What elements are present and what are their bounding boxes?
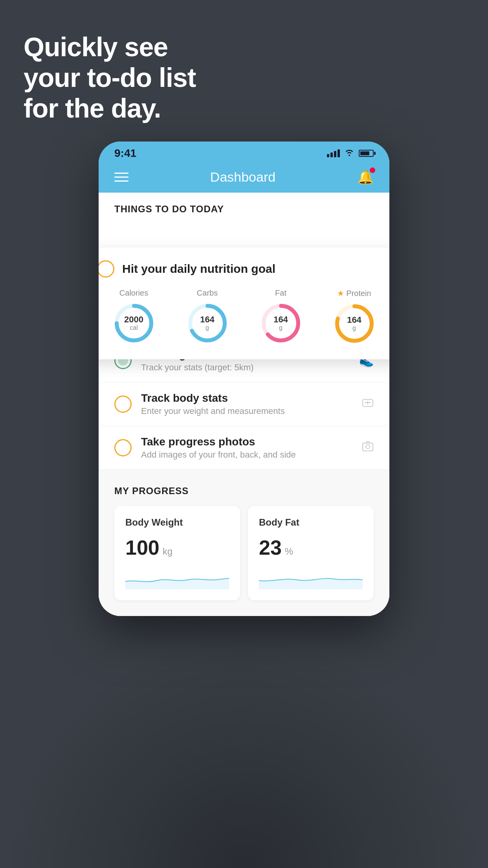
- body-fat-title: Body Fat: [259, 517, 363, 528]
- protein-label: ★ Protein: [337, 289, 371, 298]
- fat-label: Fat: [275, 289, 286, 298]
- body-weight-card[interactable]: Body Weight 100 kg: [114, 506, 240, 600]
- calories-chart: 2000 cal: [112, 302, 156, 345]
- notification-dot: [370, 167, 375, 173]
- wifi-icon: [344, 148, 355, 158]
- nav-title: Dashboard: [210, 169, 275, 185]
- todo-body-stats[interactable]: Track body stats Enter your weight and m…: [99, 383, 389, 426]
- photo-icon: [362, 441, 374, 455]
- protein-chart: 164 g: [333, 302, 376, 345]
- status-bar: 9:41: [99, 142, 389, 163]
- body-stats-name: Track body stats: [141, 392, 352, 405]
- progress-photos-name: Take progress photos: [141, 436, 352, 448]
- nutrition-card-title: Hit your daily nutrition goal: [122, 262, 275, 276]
- body-weight-chart: [125, 566, 229, 589]
- nav-bar: Dashboard 🔔: [99, 163, 389, 193]
- scale-icon: [362, 397, 374, 412]
- svg-point-10: [366, 445, 370, 449]
- calories-value: 2000 cal: [124, 315, 143, 331]
- status-time: 9:41: [114, 147, 136, 160]
- progress-cards: Body Weight 100 kg Body Fat: [114, 506, 374, 600]
- hero-text: Quickly see your to-do list for the day.: [24, 31, 196, 124]
- body-weight-value: 100 kg: [125, 536, 229, 559]
- progress-section: MY PROGRESS Body Weight 100 kg: [99, 470, 389, 616]
- background-overlay: [0, 632, 488, 868]
- hamburger-menu[interactable]: [114, 173, 128, 182]
- progress-title: MY PROGRESS: [114, 485, 374, 497]
- running-desc: Track your stats (target: 5km): [141, 362, 350, 373]
- body-stats-desc: Enter your weight and measurements: [141, 406, 352, 416]
- progress-photos-desc: Add images of your front, back, and side: [141, 450, 352, 460]
- carbs-item: Carbs 164 g: [186, 289, 229, 345]
- body-fat-card[interactable]: Body Fat 23 %: [248, 506, 374, 600]
- todo-section: Hit your daily nutrition goal Calories: [99, 221, 389, 470]
- progress-photos-checkbox[interactable]: [114, 439, 132, 456]
- nutrition-circles: Calories 2000 cal: [99, 289, 389, 345]
- protein-value: 164 g: [347, 315, 361, 332]
- card-header: Hit your daily nutrition goal: [99, 260, 389, 278]
- notification-bell-icon[interactable]: 🔔: [357, 169, 374, 185]
- body-weight-title: Body Weight: [125, 517, 229, 528]
- body-fat-chart: [259, 566, 363, 589]
- fat-chart: 164 g: [259, 302, 303, 345]
- phone-body: THINGS TO DO TODAY Hit your daily nutrit…: [99, 193, 389, 616]
- progress-photos-content: Take progress photos Add images of your …: [141, 436, 352, 460]
- body-stats-checkbox[interactable]: [114, 395, 132, 413]
- body-fat-number: 23: [259, 536, 282, 559]
- body-fat-unit: %: [285, 546, 293, 557]
- battery-icon: [359, 150, 374, 157]
- things-today-header: THINGS TO DO TODAY: [99, 193, 389, 221]
- body-weight-number: 100: [125, 536, 160, 559]
- calories-label: Calories: [119, 289, 148, 298]
- star-icon: ★: [337, 289, 344, 298]
- calories-item: Calories 2000 cal: [112, 289, 156, 345]
- nutrition-card: Hit your daily nutrition goal Calories: [99, 248, 389, 359]
- todo-progress-photos[interactable]: Take progress photos Add images of your …: [99, 426, 389, 470]
- carbs-chart: 164 g: [186, 302, 229, 345]
- nutrition-radio[interactable]: [99, 260, 114, 278]
- carbs-value: 164 g: [200, 315, 215, 331]
- fat-item: Fat 164 g: [259, 289, 303, 345]
- carbs-label: Carbs: [197, 289, 218, 298]
- body-fat-value: 23 %: [259, 536, 363, 559]
- section-title: THINGS TO DO TODAY: [114, 204, 374, 215]
- protein-item: ★ Protein 164 g: [333, 289, 376, 345]
- fat-value: 164 g: [273, 315, 288, 331]
- body-weight-unit: kg: [163, 546, 172, 557]
- signal-icon: [327, 149, 340, 157]
- phone-mockup: 9:41 Dashboard 🔔: [99, 142, 389, 616]
- body-stats-content: Track body stats Enter your weight and m…: [141, 392, 352, 416]
- status-icons: [327, 148, 374, 158]
